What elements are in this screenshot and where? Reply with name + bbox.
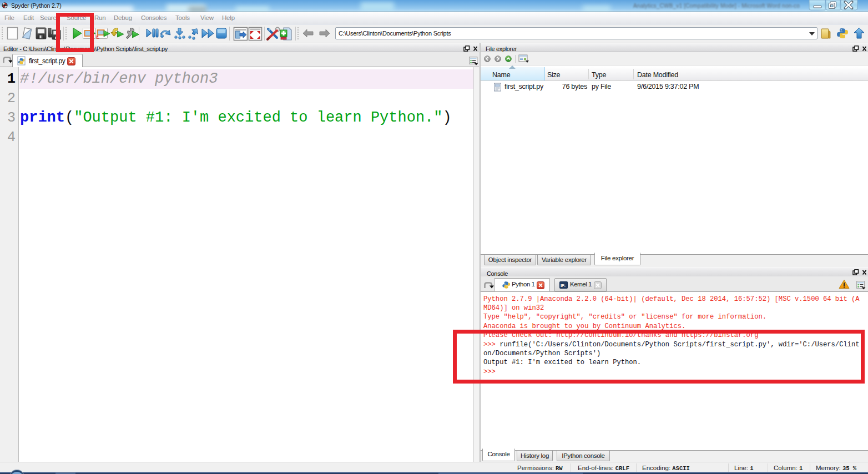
svg-text:IP:: IP: bbox=[561, 283, 566, 288]
